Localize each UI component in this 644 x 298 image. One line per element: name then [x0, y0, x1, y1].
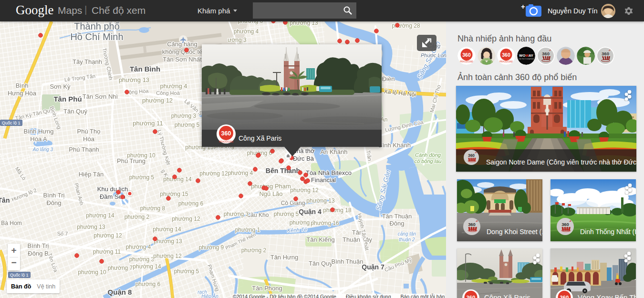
- svg-text:phường 2: phường 2: [125, 214, 150, 220]
- svg-text:Quận 4: Quận 4: [299, 208, 322, 216]
- svg-text:Tân Kiểng: Tân Kiểng: [306, 236, 334, 243]
- svg-text:360: 360: [602, 51, 609, 56]
- svg-text:360: 360: [467, 295, 476, 298]
- svg-text:phường 11: phường 11: [133, 120, 163, 127]
- svg-text:phường 1: phường 1: [235, 226, 260, 233]
- svg-text:phường 12: phường 12: [199, 170, 228, 177]
- svg-text:360: 360: [502, 52, 510, 58]
- svg-text:Phú Thạnh: Phú Thạnh: [69, 146, 99, 153]
- svg-text:phường 11: phường 11: [93, 248, 121, 255]
- svg-text:360: 360: [542, 51, 550, 56]
- svg-text:không Quốc tế: không Quốc tế: [162, 48, 203, 55]
- svg-text:phường 2: phường 2: [241, 247, 267, 254]
- svg-text:Hiệp Ân: Hiệp Ân: [201, 293, 218, 298]
- svg-text:phường 8: phường 8: [140, 205, 166, 212]
- svg-text:Số 7: Số 7: [57, 231, 68, 236]
- svg-text:Tân Phú: Tân Phú: [53, 95, 82, 103]
- svg-text:Tân: Tân: [0, 196, 10, 204]
- svg-text:phường 14: phường 14: [153, 226, 181, 233]
- svg-text:360: 360: [462, 52, 471, 58]
- svg-text:Sơn Kỳ: Sơn Kỳ: [50, 83, 71, 90]
- svg-text:Hòa: Hòa: [83, 135, 95, 143]
- svg-text:phường 5: phường 5: [175, 122, 200, 128]
- svg-text:phường 13: phường 13: [306, 197, 335, 204]
- svg-text:Hiệp Tân: Hiệp Tân: [79, 171, 104, 178]
- svg-text:phường 14: phường 14: [86, 212, 114, 219]
- svg-text:Ngũ Lão: Ngũ Lão: [259, 190, 282, 197]
- svg-text:phường 18: phường 18: [323, 207, 352, 214]
- svg-text:PRAODO360: PRAODO360: [460, 61, 473, 63]
- svg-text:Tân Quy: Tân Quy: [309, 260, 332, 267]
- svg-text:phường 10: phường 10: [78, 269, 106, 276]
- svg-text:phường 13: phường 13: [119, 76, 149, 83]
- svg-text:360: 360: [468, 153, 475, 158]
- svg-text:360: 360: [561, 222, 569, 227]
- svg-text:360: 360: [468, 222, 476, 227]
- svg-text:phường 14: phường 14: [133, 263, 161, 270]
- svg-text:Phước Long: Phước Long: [421, 52, 450, 58]
- svg-text:phường 3: phường 3: [171, 113, 197, 119]
- svg-text:phường 12: phường 12: [290, 187, 319, 194]
- svg-text:phường Phạm: phường Phạm: [251, 183, 291, 190]
- svg-text:Ao lắng 3: Ao lắng 3: [32, 146, 53, 152]
- svg-text:phường 12: phường 12: [142, 97, 173, 104]
- svg-text:360: 360: [560, 295, 569, 298]
- svg-text:phường 6: phường 6: [135, 281, 161, 288]
- svg-text:phường 6: phường 6: [238, 21, 263, 24]
- svg-text:Hòa A: Hòa A: [30, 135, 47, 143]
- svg-text:Bình Khánh: Bình Khánh: [378, 142, 411, 149]
- svg-text:phường 12: phường 12: [153, 253, 182, 259]
- svg-text:phường 9: phường 9: [199, 244, 224, 251]
- svg-text:phường 7: phường 7: [108, 265, 133, 271]
- svg-text:phường 12: phường 12: [172, 216, 200, 222]
- svg-text:Thành phố: Thành phố: [74, 21, 120, 31]
- svg-text:PRAODO360: PRAODO360: [219, 140, 233, 143]
- svg-text:Tân Hưng: Tân Hưng: [270, 254, 299, 261]
- svg-text:Điền: Điền: [382, 75, 395, 82]
- svg-text:cảng tân: cảng tân: [398, 231, 416, 236]
- svg-text:phường 4: phường 4: [160, 82, 187, 90]
- svg-text:phường 16: phường 16: [311, 220, 339, 226]
- svg-text:Phú Trung: Phú Trung: [117, 157, 145, 164]
- svg-text:Bình Hưng: Bình Hưng: [24, 128, 54, 135]
- svg-text:Quận 7: Quận 7: [362, 263, 384, 271]
- svg-text:Tân Quý: Tân Quý: [63, 108, 87, 115]
- svg-text:phường 5: phường 5: [174, 268, 199, 275]
- svg-text:phường 5: phường 5: [274, 211, 299, 217]
- svg-text:Bến Thành: Bến Thành: [266, 167, 300, 175]
- svg-text:phường 3: phường 3: [224, 211, 249, 217]
- svg-text:phường 15: phường 15: [160, 191, 188, 197]
- svg-text:Financial: Financial: [311, 176, 336, 184]
- svg-text:360: 360: [221, 130, 231, 137]
- svg-text:THE PHOTOGRAPHER: THE PHOTOGRAPHER: [519, 58, 534, 60]
- svg-text:An Khánh: An Khánh: [320, 148, 347, 155]
- svg-text:cỏ bông lau: cỏ bông lau: [415, 158, 442, 164]
- svg-text:Cánh đồng: Cánh đồng: [415, 152, 441, 158]
- svg-text:phường 13: phường 13: [154, 238, 182, 245]
- svg-text:Tân Sơn Nhì: Tân Sơn Nhì: [83, 93, 118, 100]
- svg-text:Bình Trị: Bình Trị: [43, 192, 65, 199]
- svg-text:Tân Phong: Tân Phong: [252, 285, 282, 292]
- svg-text:Bình: Bình: [16, 82, 29, 89]
- svg-text:Tòa Nhà Bitexco: Tòa Nhà Bitexco: [306, 169, 352, 176]
- svg-text:Tân Sơn Nhất: Tân Sơn Nhất: [163, 56, 202, 63]
- svg-text:Đông: Đông: [389, 220, 404, 227]
- svg-text:PRAODO360: PRAODO360: [499, 61, 513, 63]
- svg-text:phường 5: phường 5: [129, 174, 155, 181]
- svg-text:Bà Hom: Bà Hom: [1, 220, 21, 226]
- svg-text:phường 4: phường 4: [126, 244, 151, 250]
- svg-text:Phú Thọ: Phú Thọ: [77, 128, 101, 135]
- svg-text:WOWAY: WOWAY: [519, 53, 533, 58]
- svg-text:phường 14: phường 14: [163, 176, 192, 183]
- svg-text:Khu du lịch: Khu du lịch: [97, 185, 128, 193]
- svg-text:Đông: Đông: [46, 199, 61, 206]
- svg-text:ường 3: ường 3: [228, 37, 247, 43]
- svg-text:Cầu Kho: Cầu Kho: [247, 212, 269, 218]
- svg-text:phường 6: phường 6: [178, 200, 204, 207]
- svg-text:Bình Thuận: Bình Thuận: [332, 258, 364, 265]
- svg-text:thuận 2: thuận 2: [399, 237, 415, 242]
- svg-text:phường 13: phường 13: [290, 21, 318, 26]
- svg-text:Tân Bình: Tân Bình: [130, 65, 160, 73]
- svg-text:Hưng Hòa: Hưng Hòa: [8, 90, 37, 97]
- svg-text:Đông B: Đông B: [28, 250, 48, 257]
